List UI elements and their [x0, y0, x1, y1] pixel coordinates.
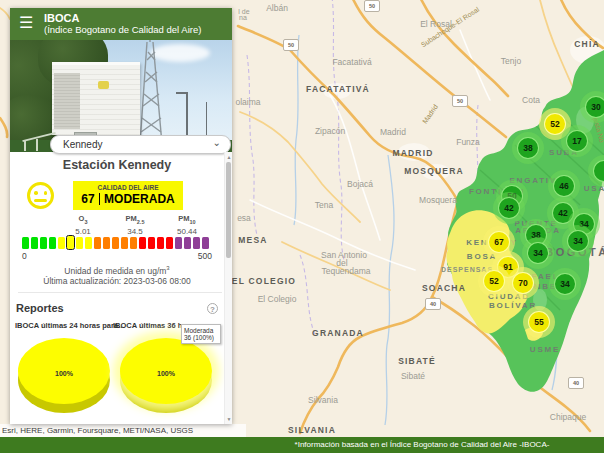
smiley-eye — [44, 191, 48, 195]
air-quality-value: 67 — [81, 192, 94, 206]
air-quality-category: MODERADA — [104, 192, 175, 206]
scale-square — [58, 237, 65, 249]
marker-value: 38 — [531, 230, 540, 240]
station-marker[interactable]: 38 — [517, 137, 539, 159]
rail-post — [24, 141, 26, 151]
air-quality-label: CALIDAD DEL AIRE — [73, 184, 183, 191]
station-logo — [98, 81, 109, 89]
station-select-value: Kennedy — [63, 139, 102, 150]
station-marker[interactable]: 52 — [483, 270, 505, 292]
scrollbar-thumb[interactable] — [226, 162, 231, 258]
marker-value: 30 — [591, 102, 600, 112]
pollutant-o3: O3 5.01 — [60, 214, 106, 236]
marker-value: 55 — [534, 317, 543, 327]
scale-square — [166, 237, 173, 249]
road-shield: 40 — [568, 377, 584, 389]
pollutant-pm25: PM2.5 34.5 — [112, 214, 158, 236]
last-update: Última actualización: 2023-03-06 08:00 — [10, 276, 224, 286]
scale-square — [193, 237, 200, 249]
marker-value: 42 — [504, 203, 513, 213]
marker-value: 52 — [489, 276, 498, 286]
station-marker[interactable]: 34 — [554, 273, 576, 295]
scale-square — [76, 237, 83, 249]
lamp-arm — [176, 92, 187, 94]
station-louver — [54, 73, 80, 129]
road-shield: 50 — [283, 39, 299, 51]
scale-square — [157, 237, 164, 249]
map-attribution: Esri, HERE, Garmin, Foursquare, METI/NAS… — [0, 424, 246, 437]
scale-square — [31, 237, 38, 249]
smiley-eye — [34, 191, 38, 195]
pollutant-readings: O3 5.01 PM2.5 34.5 PM10 50.44 — [60, 214, 210, 236]
station-marker[interactable]: 34 — [567, 230, 589, 252]
station-marker[interactable]: 30 — [585, 96, 604, 118]
app-root: { "panel": { "colors": { "header_green":… — [0, 0, 604, 453]
scale-square — [22, 237, 29, 249]
pie2-label: 100% — [120, 370, 212, 377]
station-marker[interactable]: 34 — [527, 242, 549, 264]
marker-value: 34 — [579, 219, 588, 229]
scale-square — [175, 237, 182, 249]
road-shield: 50 — [452, 95, 468, 107]
marker-value: 46 — [559, 181, 568, 191]
scale-square — [103, 237, 110, 249]
scale-square — [139, 237, 146, 249]
help-icon[interactable]: ? — [207, 303, 218, 314]
smiley-mouth — [34, 199, 47, 202]
marker-value: 34 — [573, 236, 582, 246]
marker-value: 34 — [560, 279, 569, 289]
pie1-label: 100% — [18, 370, 110, 377]
panel-header: ☰ IBOCA (Índice Bogotano de Calidad del … — [10, 8, 232, 40]
pollutant-value: 50.44 — [164, 227, 210, 236]
chart-tooltip: Moderada 36 (100%) — [181, 324, 221, 344]
scale-square — [184, 237, 191, 249]
marker-value: 38 — [523, 143, 532, 153]
station-marker[interactable]: 17 — [566, 130, 588, 152]
scale-square — [49, 237, 56, 249]
station-marker[interactable]: 67 — [488, 231, 510, 253]
marker-value: 52 — [550, 119, 559, 129]
scale-square — [202, 237, 209, 249]
scale-square — [40, 237, 47, 249]
unit-note: Unidad de medida en ug/m3 — [10, 265, 224, 276]
scroll-up-icon[interactable]: ▲ — [225, 154, 233, 160]
chart2-title: IBOCA últimas 36 h — [113, 321, 182, 330]
marker-value: 70 — [518, 278, 527, 288]
scale-min: 0 — [22, 251, 27, 261]
aqi-color-scale — [22, 236, 208, 249]
menu-icon[interactable]: ☰ — [19, 13, 33, 32]
marker-value: 42 — [558, 208, 567, 218]
monitoring-station-box — [52, 62, 140, 135]
chevron-down-icon: ⌄ — [213, 137, 221, 148]
air-quality-badge: CALIDAD DEL AIRE 67 MODERADA — [73, 181, 183, 210]
side-panel: ☰ IBOCA (Índice Bogotano de Calidad del … — [10, 8, 232, 424]
chart1-title: IBOCA últimas 24 horas para... — [15, 321, 124, 330]
neutral-face-icon — [27, 182, 54, 209]
scale-max: 500 — [198, 251, 212, 261]
scale-square — [112, 237, 119, 249]
footer-bar: *Información basada en el Índice Bogotan… — [0, 437, 604, 453]
scroll-down-icon[interactable]: ▼ — [225, 416, 233, 422]
panel-scrollbar[interactable]: ▲ ▼ — [224, 152, 232, 424]
scale-square — [94, 237, 101, 249]
section-divider — [18, 292, 222, 293]
reports-title: Reportes — [16, 302, 64, 314]
rail-post — [36, 139, 38, 151]
scale-square — [130, 237, 137, 249]
pollutant-value: 5.01 — [60, 227, 106, 236]
pollutant-value: 34.5 — [112, 227, 158, 236]
station-marker[interactable]: 55 — [528, 311, 550, 333]
station-select[interactable]: Kennedy ⌄ — [50, 135, 231, 154]
scale-square — [121, 237, 128, 249]
marker-value: 34 — [533, 248, 542, 258]
app-title: IBOCA — [44, 12, 79, 24]
station-marker[interactable]: 70 — [512, 272, 534, 294]
station-marker[interactable]: 52 — [544, 113, 566, 135]
station-marker[interactable]: 42 — [498, 197, 520, 219]
station-marker[interactable]: 42 — [552, 202, 574, 224]
footer-note: *Información basada en el Índice Bogotan… — [240, 437, 604, 453]
scale-square — [85, 237, 92, 249]
station-marker[interactable]: 46 — [553, 175, 575, 197]
marker-value: 91 — [503, 262, 512, 272]
marker-value: 67 — [494, 237, 503, 247]
